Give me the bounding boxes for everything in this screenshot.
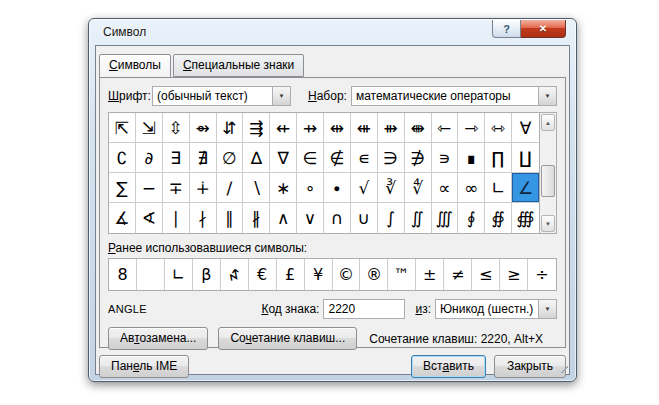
symbol-cell[interactable]: ∠: [512, 173, 539, 203]
symbol-cell[interactable]: ⇽: [432, 113, 459, 143]
ime-panel-button[interactable]: Панель IME: [99, 355, 189, 378]
dropdown-arrow-icon[interactable]: ▼: [272, 87, 290, 105]
scroll-down-button[interactable]: ▼: [541, 215, 555, 232]
symbol-cell[interactable]: ⇱: [109, 113, 136, 143]
symbol-cell[interactable]: ⇳: [163, 113, 190, 143]
symbol-cell[interactable]: ∐: [512, 143, 539, 173]
symbol-cell[interactable]: [137, 259, 165, 290]
tab-symbols[interactable]: Символы: [99, 54, 171, 78]
symbol-cell[interactable]: ∃: [163, 143, 190, 173]
symbol-cell[interactable]: ±: [416, 259, 444, 290]
dropdown-arrow-icon[interactable]: ▼: [538, 87, 556, 105]
symbol-cell[interactable]: ∫: [378, 203, 405, 233]
symbol-cell[interactable]: ∦: [243, 203, 270, 233]
symbol-cell[interactable]: ∖: [243, 173, 270, 203]
symbol-cell[interactable]: ⇶: [243, 113, 270, 143]
symbol-cell[interactable]: ∆: [243, 143, 270, 173]
symbol-cell[interactable]: ∡: [109, 203, 136, 233]
symbol-cell[interactable]: ¥: [305, 259, 333, 290]
symbol-cell[interactable]: ≤: [472, 259, 500, 290]
font-combobox[interactable]: (обычный текст) ▼: [152, 86, 291, 106]
symbol-cell[interactable]: 8: [109, 259, 137, 290]
symbol-cell[interactable]: ∩: [324, 203, 351, 233]
symbol-cell[interactable]: ∛: [378, 173, 405, 203]
symbol-cell[interactable]: ∏: [485, 143, 512, 173]
symbol-cell[interactable]: ⇴: [190, 113, 217, 143]
symbol-cell[interactable]: −: [136, 173, 163, 203]
autocorrect-button[interactable]: Автозамена...: [108, 327, 208, 350]
symbol-cell[interactable]: ∢: [136, 203, 163, 233]
symbol-cell[interactable]: ∣: [163, 203, 190, 233]
symbol-cell[interactable]: ↯: [221, 259, 249, 290]
symbol-cell[interactable]: ÷: [528, 259, 556, 290]
symbol-cell[interactable]: ∧: [270, 203, 297, 233]
symbol-cell[interactable]: ©: [333, 259, 361, 290]
symbol-cell[interactable]: ™: [388, 259, 416, 290]
symbol-cell[interactable]: ∞: [458, 173, 485, 203]
close-window-button[interactable]: ✕: [521, 20, 566, 38]
symbol-cell[interactable]: ∬: [405, 203, 432, 233]
subset-combobox[interactable]: математические операторы ▼: [351, 86, 557, 106]
symbol-cell[interactable]: ∉: [324, 143, 351, 173]
tab-special-characters[interactable]: Специальные знаки: [173, 54, 304, 77]
symbol-cell[interactable]: ®: [360, 259, 388, 290]
symbol-cell[interactable]: ∝: [432, 173, 459, 203]
scrollbar-thumb[interactable]: [541, 165, 555, 197]
scroll-up-button[interactable]: ▲: [541, 114, 555, 131]
symbol-cell[interactable]: ∇: [270, 143, 297, 173]
symbol-cell[interactable]: ∊: [351, 143, 378, 173]
help-button[interactable]: ?: [492, 20, 521, 38]
symbol-cell[interactable]: ⇻: [378, 113, 405, 143]
symbol-cell[interactable]: ∘: [297, 173, 324, 203]
symbol-cell[interactable]: ∓: [163, 173, 190, 203]
symbol-cell[interactable]: ⇼: [405, 113, 432, 143]
character-code-input[interactable]: [323, 299, 405, 319]
symbol-cell[interactable]: ∤: [190, 203, 217, 233]
from-combobox[interactable]: Юникод (шестн.) ▼: [435, 299, 557, 319]
insert-button[interactable]: Вставить: [411, 355, 486, 378]
symbol-cell[interactable]: ∭: [432, 203, 459, 233]
symbol-cell[interactable]: ∍: [432, 143, 459, 173]
symbol-cell[interactable]: ∋: [378, 143, 405, 173]
symbol-cell[interactable]: ⇿: [485, 113, 512, 143]
symbol-cell[interactable]: £: [277, 259, 305, 290]
symbol-cell[interactable]: ⇷: [270, 113, 297, 143]
symbol-cell[interactable]: €: [249, 259, 277, 290]
symbol-cell[interactable]: ∎: [458, 143, 485, 173]
symbol-cell[interactable]: ∑: [109, 173, 136, 203]
symbol-cell[interactable]: ∜: [405, 173, 432, 203]
scrollbar-track[interactable]: [541, 132, 555, 214]
symbol-cell[interactable]: ∯: [485, 203, 512, 233]
symbol-cell[interactable]: ∔: [190, 173, 217, 203]
symbol-cell[interactable]: ⇵: [217, 113, 244, 143]
symbol-cell[interactable]: ∁: [109, 143, 136, 173]
symbol-cell[interactable]: ∪: [351, 203, 378, 233]
close-dialog-button[interactable]: Закрыть: [494, 355, 566, 378]
symbol-cell[interactable]: ⇸: [297, 113, 324, 143]
symbol-cell[interactable]: ∀: [512, 113, 539, 143]
dropdown-arrow-icon[interactable]: ▼: [538, 300, 556, 318]
symbol-cell[interactable]: ⇾: [458, 113, 485, 143]
symbol-cell[interactable]: ⇺: [351, 113, 378, 143]
symbol-cell[interactable]: ⇲: [136, 113, 163, 143]
symbol-cell[interactable]: ∨: [297, 203, 324, 233]
symbol-cell[interactable]: ∟: [485, 173, 512, 203]
scrollbar[interactable]: ▲ ▼: [539, 113, 556, 233]
symbol-cell[interactable]: ∟: [165, 259, 193, 290]
symbol-cell[interactable]: ∌: [405, 143, 432, 173]
symbol-cell[interactable]: ∕: [217, 173, 244, 203]
symbol-cell[interactable]: ≥: [500, 259, 528, 290]
symbol-cell[interactable]: ∙: [324, 173, 351, 203]
shortcut-key-button[interactable]: Сочетание клавиш...: [218, 327, 357, 350]
symbol-cell[interactable]: ≠: [444, 259, 472, 290]
symbol-cell[interactable]: √: [351, 173, 378, 203]
symbol-cell[interactable]: ⇹: [324, 113, 351, 143]
symbol-cell[interactable]: ∅: [217, 143, 244, 173]
symbol-cell[interactable]: ∥: [217, 203, 244, 233]
symbol-cell[interactable]: ∈: [297, 143, 324, 173]
symbol-cell[interactable]: β: [193, 259, 221, 290]
symbol-cell[interactable]: ∄: [190, 143, 217, 173]
symbol-cell[interactable]: ∂: [136, 143, 163, 173]
symbol-cell[interactable]: ∮: [458, 203, 485, 233]
titlebar[interactable]: Символ ? ✕: [89, 19, 576, 45]
